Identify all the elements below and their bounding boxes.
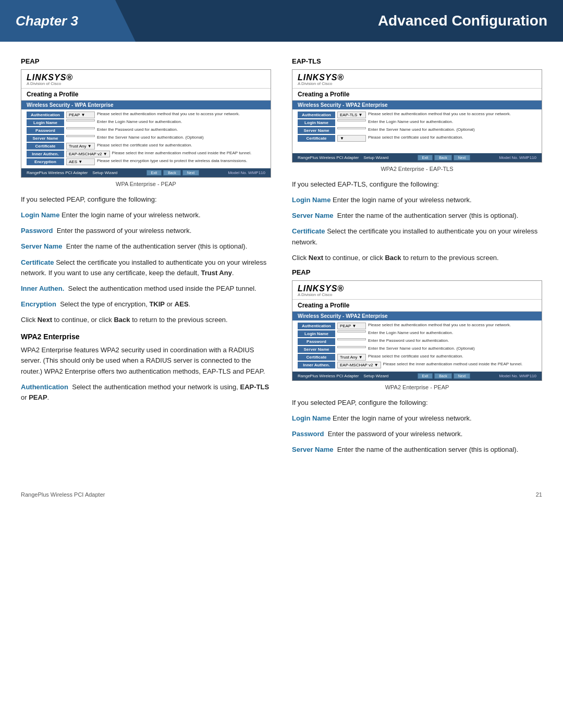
eaptls-screenshot: LINKSYS® A Division of Cisco Creating a … bbox=[292, 69, 542, 163]
click-next-peap: Click Next to continue, or click Back to… bbox=[21, 315, 271, 325]
peap2-server-item: Server Name Enter the name of the authen… bbox=[292, 445, 542, 455]
eaptls-next-btn[interactable]: Next bbox=[454, 155, 470, 161]
eaptls-intro: If you selected EAP-TLS, configure the f… bbox=[292, 179, 542, 190]
ss-exit-btn[interactable]: Exit bbox=[146, 170, 162, 176]
eaptls-section-title: Wireless Security - WPA2 Enterprise bbox=[292, 101, 542, 109]
ss-row-login: Login Name Enter the Login Name used for… bbox=[27, 119, 265, 126]
ss-row-inner: Inner Authen. EAP-MSCHAP v2 ▼ Please sel… bbox=[27, 151, 265, 157]
peap2-back-btn[interactable]: Back bbox=[434, 373, 452, 379]
peap2-cert-row: Certificate Trust Any ▼ Please select th… bbox=[298, 354, 536, 361]
left-column: PEAP LINKSYS® A Division of Cisco Creati… bbox=[21, 57, 271, 460]
content-area: PEAP LINKSYS® A Division of Cisco Creati… bbox=[0, 42, 563, 481]
cisco-sub: A Division of Cisco bbox=[27, 81, 265, 86]
eaptls-footer: RangePlus Wireless PCI Adapter Setup Wiz… bbox=[292, 153, 542, 162]
peap2-login-row: Login Name Enter the Login Name used for… bbox=[298, 330, 536, 337]
peap2-rows: Authentication PEAP ▼ Please select the … bbox=[292, 320, 542, 372]
chapter-label: Chapter 3 bbox=[0, 0, 136, 42]
peap2-exit-btn[interactable]: Exit bbox=[418, 373, 433, 379]
peap2-label: PEAP bbox=[292, 268, 542, 276]
eaptls-back-btn[interactable]: Back bbox=[434, 155, 452, 161]
ss-next-btn[interactable]: Next bbox=[182, 170, 199, 176]
linksys-logo: LINKSYS® bbox=[27, 73, 73, 82]
ss-row-password: Password Enter the Password used for aut… bbox=[27, 127, 265, 134]
auth-item: Authentication Select the authentication… bbox=[21, 382, 271, 403]
footer-product: RangePlus Wireless PCI Adapter bbox=[21, 491, 105, 498]
password-item: Password Enter the password of your wire… bbox=[21, 226, 271, 236]
peap2-server-row: Server Name Enter the Server Name used f… bbox=[298, 346, 536, 353]
ss-brand: LINKSYS® A Division of Cisco bbox=[21, 70, 271, 89]
peap-screenshot: LINKSYS® A Division of Cisco Creating a … bbox=[21, 69, 271, 178]
certificate-item: Certificate Select the certificate you i… bbox=[21, 257, 271, 278]
eaptls-server-item: Server Name Enter the name of the authen… bbox=[292, 211, 542, 221]
eaptls-auth-row: Authentication EAP-TLS ▼ Please select t… bbox=[298, 112, 536, 118]
eaptls-brand: LINKSYS® A Division of Cisco bbox=[292, 70, 542, 89]
peap2-auth-row: Authentication PEAP ▼ Please select the … bbox=[298, 323, 536, 329]
eaptls-server-row: Server Name Enter the Server Name used f… bbox=[298, 127, 536, 134]
peap2-screenshot: LINKSYS® A Division of Cisco Creating a … bbox=[292, 280, 542, 381]
footer-page: 21 bbox=[536, 491, 542, 498]
peap2-section-title: Wireless Security - WPA2 Enterprise bbox=[292, 312, 542, 320]
ss-rows: Authentication PEAP ▼ Please select the … bbox=[21, 109, 271, 168]
right-column: EAP-TLS LINKSYS® A Division of Cisco Cre… bbox=[292, 57, 542, 460]
server-name-item: Server Name Enter the name of the authen… bbox=[21, 241, 271, 252]
eaptls-login-row: Login Name Enter the Login Name used for… bbox=[298, 119, 536, 126]
eaptls-cert-row: Certificate ▼ Please select the certific… bbox=[298, 135, 536, 142]
peap2-inner-row: Inner Authen. EAP-MSCHAP v2 ▼ Please sel… bbox=[298, 362, 536, 368]
ss-row-auth: Authentication PEAP ▼ Please select the … bbox=[27, 112, 265, 118]
ss-back-btn[interactable]: Back bbox=[163, 170, 181, 176]
ss-section-title: Wireless Security - WPA Enterprise bbox=[21, 101, 271, 109]
peap2-brand: LINKSYS® A Division of Cisco bbox=[292, 281, 542, 300]
encryption-item: Encryption Select the type of encryption… bbox=[21, 299, 271, 310]
peap-label: PEAP bbox=[21, 57, 271, 65]
peap2-login-item: Login Name Enter the login name of your … bbox=[292, 413, 542, 424]
ss-row-server: Server Name Enter the Server Name used f… bbox=[27, 135, 265, 142]
ss-row-cert: Certificate Trust Any ▼ Please select th… bbox=[27, 143, 265, 150]
login-name-item: Login Name Enter the login name of your … bbox=[21, 210, 271, 220]
wpa2-enterprise-heading: WPA2 Enterprise bbox=[21, 332, 271, 341]
ss-row-enc: Encryption AES ▼ Please select the encry… bbox=[27, 158, 265, 165]
peap2-password-item: Password Enter the password of your wire… bbox=[292, 429, 542, 439]
ss-footer: RangePlus Wireless PCI Adapter Setup Wiz… bbox=[21, 168, 271, 177]
page-title: Advanced Configuration bbox=[136, 0, 563, 42]
eaptls-label: EAP-TLS bbox=[292, 57, 542, 65]
eaptls-cert-item: Certificate Select the certificate you i… bbox=[292, 226, 542, 247]
peap-caption: WPA Enterprise - PEAP bbox=[21, 181, 271, 187]
click-next-eaptls: Click Next to continue, or click Back to… bbox=[292, 253, 542, 263]
inner-authen-item: Inner Authen. Select the authentication … bbox=[21, 283, 271, 294]
peap-intro: If you selected PEAP, configure the foll… bbox=[21, 194, 271, 205]
wpa2-para: WPA2 Enterprise features WPA2 security u… bbox=[21, 345, 271, 376]
page-header: Chapter 3 Advanced Configuration bbox=[0, 0, 563, 42]
peap2-profile-title: Creating a Profile bbox=[292, 300, 542, 312]
page-footer: RangePlus Wireless PCI Adapter 21 bbox=[0, 491, 563, 508]
eaptls-exit-btn[interactable]: Exit bbox=[418, 155, 433, 161]
eaptls-caption: WPA2 Enterprise - EAP-TLS bbox=[292, 166, 542, 172]
peap2-footer: RangePlus Wireless PCI Adapter Setup Wiz… bbox=[292, 372, 542, 380]
eaptls-login-item: Login Name Enter the login name of your … bbox=[292, 195, 542, 205]
eaptls-rows: Authentication EAP-TLS ▼ Please select t… bbox=[292, 109, 542, 145]
eaptls-profile-title: Creating a Profile bbox=[292, 89, 542, 101]
peap2-intro: If you selected PEAP, configure the foll… bbox=[292, 398, 542, 408]
peap2-caption: WPA2 Enterprise - PEAP bbox=[292, 384, 542, 390]
peap2-password-row: Password Enter the Password used for aut… bbox=[298, 338, 536, 345]
ss-profile-title: Creating a Profile bbox=[21, 89, 271, 101]
peap2-next-btn[interactable]: Next bbox=[454, 373, 470, 379]
